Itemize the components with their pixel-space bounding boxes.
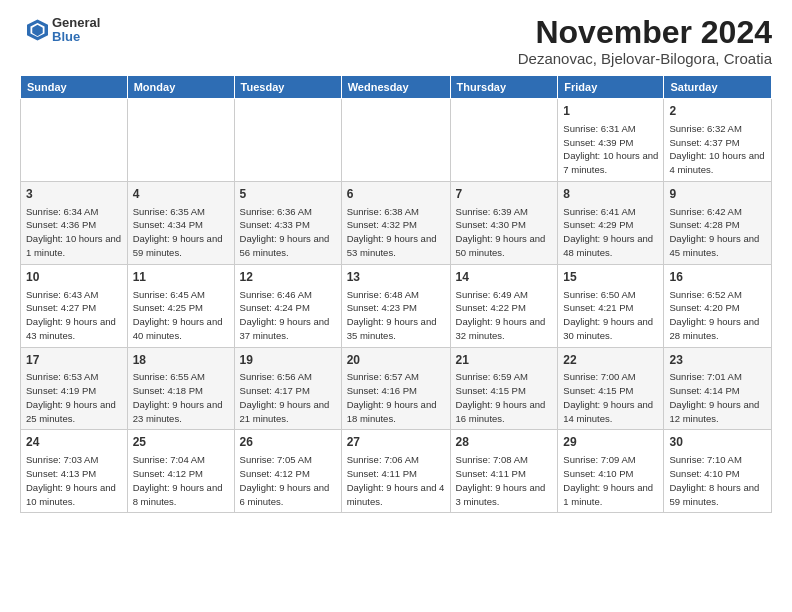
table-row: 2Sunrise: 6:32 AM Sunset: 4:37 PM Daylig… xyxy=(664,99,772,182)
header: General Blue November 2024 Dezanovac, Bj… xyxy=(20,16,772,67)
table-row xyxy=(21,99,128,182)
day-info: Sunrise: 6:50 AM Sunset: 4:21 PM Dayligh… xyxy=(563,288,658,343)
day-info: Sunrise: 7:03 AM Sunset: 4:13 PM Dayligh… xyxy=(26,453,122,508)
table-row: 14Sunrise: 6:49 AM Sunset: 4:22 PM Dayli… xyxy=(450,264,558,347)
day-number: 24 xyxy=(26,434,122,451)
logo-icon xyxy=(20,16,48,44)
day-number: 17 xyxy=(26,352,122,369)
table-row: 13Sunrise: 6:48 AM Sunset: 4:23 PM Dayli… xyxy=(341,264,450,347)
table-row: 26Sunrise: 7:05 AM Sunset: 4:12 PM Dayli… xyxy=(234,430,341,513)
day-info: Sunrise: 6:46 AM Sunset: 4:24 PM Dayligh… xyxy=(240,288,336,343)
calendar-week-row: 3Sunrise: 6:34 AM Sunset: 4:36 PM Daylig… xyxy=(21,181,772,264)
table-row xyxy=(234,99,341,182)
table-row: 1Sunrise: 6:31 AM Sunset: 4:39 PM Daylig… xyxy=(558,99,664,182)
day-number: 16 xyxy=(669,269,766,286)
table-row xyxy=(450,99,558,182)
day-info: Sunrise: 6:48 AM Sunset: 4:23 PM Dayligh… xyxy=(347,288,445,343)
table-row xyxy=(127,99,234,182)
title-area: November 2024 Dezanovac, Bjelovar-Bilogo… xyxy=(518,16,772,67)
day-info: Sunrise: 6:41 AM Sunset: 4:29 PM Dayligh… xyxy=(563,205,658,260)
day-info: Sunrise: 6:49 AM Sunset: 4:22 PM Dayligh… xyxy=(456,288,553,343)
day-number: 6 xyxy=(347,186,445,203)
day-info: Sunrise: 6:42 AM Sunset: 4:28 PM Dayligh… xyxy=(669,205,766,260)
day-info: Sunrise: 6:35 AM Sunset: 4:34 PM Dayligh… xyxy=(133,205,229,260)
day-info: Sunrise: 6:45 AM Sunset: 4:25 PM Dayligh… xyxy=(133,288,229,343)
location: Dezanovac, Bjelovar-Bilogora, Croatia xyxy=(518,50,772,67)
day-info: Sunrise: 7:06 AM Sunset: 4:11 PM Dayligh… xyxy=(347,453,445,508)
day-number: 13 xyxy=(347,269,445,286)
day-info: Sunrise: 6:38 AM Sunset: 4:32 PM Dayligh… xyxy=(347,205,445,260)
table-row: 4Sunrise: 6:35 AM Sunset: 4:34 PM Daylig… xyxy=(127,181,234,264)
day-number: 18 xyxy=(133,352,229,369)
day-info: Sunrise: 7:00 AM Sunset: 4:15 PM Dayligh… xyxy=(563,370,658,425)
day-number: 8 xyxy=(563,186,658,203)
day-number: 27 xyxy=(347,434,445,451)
table-row: 28Sunrise: 7:08 AM Sunset: 4:11 PM Dayli… xyxy=(450,430,558,513)
day-info: Sunrise: 7:04 AM Sunset: 4:12 PM Dayligh… xyxy=(133,453,229,508)
calendar-table: Sunday Monday Tuesday Wednesday Thursday… xyxy=(20,75,772,513)
day-number: 9 xyxy=(669,186,766,203)
table-row: 3Sunrise: 6:34 AM Sunset: 4:36 PM Daylig… xyxy=(21,181,128,264)
calendar-week-row: 24Sunrise: 7:03 AM Sunset: 4:13 PM Dayli… xyxy=(21,430,772,513)
table-row: 21Sunrise: 6:59 AM Sunset: 4:15 PM Dayli… xyxy=(450,347,558,430)
day-info: Sunrise: 6:53 AM Sunset: 4:19 PM Dayligh… xyxy=(26,370,122,425)
table-row: 20Sunrise: 6:57 AM Sunset: 4:16 PM Dayli… xyxy=(341,347,450,430)
table-row: 17Sunrise: 6:53 AM Sunset: 4:19 PM Dayli… xyxy=(21,347,128,430)
day-info: Sunrise: 6:52 AM Sunset: 4:20 PM Dayligh… xyxy=(669,288,766,343)
table-row: 11Sunrise: 6:45 AM Sunset: 4:25 PM Dayli… xyxy=(127,264,234,347)
logo-blue: Blue xyxy=(52,30,100,44)
day-number: 22 xyxy=(563,352,658,369)
calendar-week-row: 1Sunrise: 6:31 AM Sunset: 4:39 PM Daylig… xyxy=(21,99,772,182)
day-info: Sunrise: 6:57 AM Sunset: 4:16 PM Dayligh… xyxy=(347,370,445,425)
table-row: 18Sunrise: 6:55 AM Sunset: 4:18 PM Dayli… xyxy=(127,347,234,430)
table-row: 6Sunrise: 6:38 AM Sunset: 4:32 PM Daylig… xyxy=(341,181,450,264)
table-row: 24Sunrise: 7:03 AM Sunset: 4:13 PM Dayli… xyxy=(21,430,128,513)
table-row: 23Sunrise: 7:01 AM Sunset: 4:14 PM Dayli… xyxy=(664,347,772,430)
day-info: Sunrise: 7:10 AM Sunset: 4:10 PM Dayligh… xyxy=(669,453,766,508)
day-number: 28 xyxy=(456,434,553,451)
day-number: 19 xyxy=(240,352,336,369)
calendar-header-row: Sunday Monday Tuesday Wednesday Thursday… xyxy=(21,76,772,99)
day-number: 10 xyxy=(26,269,122,286)
day-number: 15 xyxy=(563,269,658,286)
table-row: 8Sunrise: 6:41 AM Sunset: 4:29 PM Daylig… xyxy=(558,181,664,264)
day-number: 3 xyxy=(26,186,122,203)
calendar-week-row: 10Sunrise: 6:43 AM Sunset: 4:27 PM Dayli… xyxy=(21,264,772,347)
table-row: 22Sunrise: 7:00 AM Sunset: 4:15 PM Dayli… xyxy=(558,347,664,430)
table-row: 9Sunrise: 6:42 AM Sunset: 4:28 PM Daylig… xyxy=(664,181,772,264)
col-monday: Monday xyxy=(127,76,234,99)
day-number: 20 xyxy=(347,352,445,369)
table-row: 19Sunrise: 6:56 AM Sunset: 4:17 PM Dayli… xyxy=(234,347,341,430)
col-sunday: Sunday xyxy=(21,76,128,99)
day-number: 12 xyxy=(240,269,336,286)
day-info: Sunrise: 6:59 AM Sunset: 4:15 PM Dayligh… xyxy=(456,370,553,425)
day-number: 4 xyxy=(133,186,229,203)
day-number: 2 xyxy=(669,103,766,120)
day-info: Sunrise: 6:43 AM Sunset: 4:27 PM Dayligh… xyxy=(26,288,122,343)
day-info: Sunrise: 6:39 AM Sunset: 4:30 PM Dayligh… xyxy=(456,205,553,260)
day-number: 29 xyxy=(563,434,658,451)
day-info: Sunrise: 6:56 AM Sunset: 4:17 PM Dayligh… xyxy=(240,370,336,425)
day-number: 23 xyxy=(669,352,766,369)
logo-general: General xyxy=(52,16,100,30)
table-row: 12Sunrise: 6:46 AM Sunset: 4:24 PM Dayli… xyxy=(234,264,341,347)
logo: General Blue xyxy=(20,16,100,45)
col-saturday: Saturday xyxy=(664,76,772,99)
day-number: 21 xyxy=(456,352,553,369)
table-row: 10Sunrise: 6:43 AM Sunset: 4:27 PM Dayli… xyxy=(21,264,128,347)
day-info: Sunrise: 6:36 AM Sunset: 4:33 PM Dayligh… xyxy=(240,205,336,260)
day-info: Sunrise: 7:08 AM Sunset: 4:11 PM Dayligh… xyxy=(456,453,553,508)
table-row: 16Sunrise: 6:52 AM Sunset: 4:20 PM Dayli… xyxy=(664,264,772,347)
table-row: 15Sunrise: 6:50 AM Sunset: 4:21 PM Dayli… xyxy=(558,264,664,347)
day-info: Sunrise: 7:09 AM Sunset: 4:10 PM Dayligh… xyxy=(563,453,658,508)
day-info: Sunrise: 7:01 AM Sunset: 4:14 PM Dayligh… xyxy=(669,370,766,425)
day-number: 30 xyxy=(669,434,766,451)
day-info: Sunrise: 6:31 AM Sunset: 4:39 PM Dayligh… xyxy=(563,122,658,177)
day-number: 25 xyxy=(133,434,229,451)
table-row: 29Sunrise: 7:09 AM Sunset: 4:10 PM Dayli… xyxy=(558,430,664,513)
day-info: Sunrise: 7:05 AM Sunset: 4:12 PM Dayligh… xyxy=(240,453,336,508)
table-row: 30Sunrise: 7:10 AM Sunset: 4:10 PM Dayli… xyxy=(664,430,772,513)
table-row xyxy=(341,99,450,182)
page: General Blue November 2024 Dezanovac, Bj… xyxy=(0,0,792,523)
day-number: 5 xyxy=(240,186,336,203)
